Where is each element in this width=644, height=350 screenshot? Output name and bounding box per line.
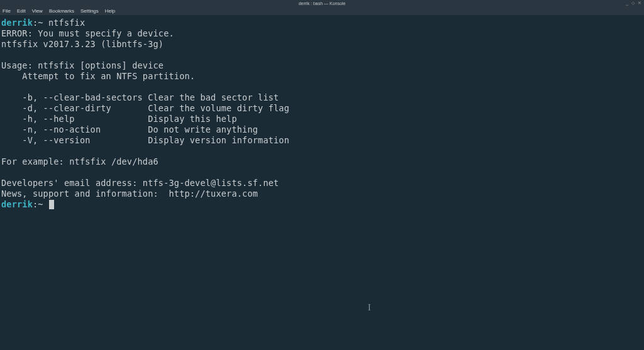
prompt-user: derrik: [1, 18, 33, 28]
output-line: ERROR: You must specify a device.: [1, 28, 174, 38]
prompt-user: derrik: [1, 199, 33, 209]
cursor-block: [49, 200, 54, 209]
prompt-path: ~: [38, 199, 43, 209]
terminal-area[interactable]: derrik:~ ntfsfix ERROR: You must specify…: [0, 15, 644, 212]
output-line: ntfsfix v2017.3.23 (libntfs-3g): [1, 39, 164, 49]
command-text: ntfsfix: [48, 18, 85, 28]
output-line: -d, --clear-dirty Clear the volume dirty…: [1, 103, 289, 113]
output-line: Developers' email address: ntfs-3g-devel…: [1, 178, 279, 188]
prompt-path: ~: [38, 18, 43, 28]
menu-settings[interactable]: Settings: [80, 8, 99, 14]
window-controls: ⎯ ◇ ✕: [625, 1, 641, 5]
output-line: -b, --clear-bad-sectors Clear the bad se…: [1, 92, 279, 102]
text-cursor-icon: I: [368, 303, 371, 313]
maximize-button[interactable]: ◇: [631, 1, 635, 5]
output-line: Usage: ntfsfix [options] device: [1, 60, 164, 70]
output-line: Attempt to fix an NTFS partition.: [1, 71, 195, 81]
menu-view[interactable]: View: [32, 8, 43, 14]
output-line: For example: ntfsfix /dev/hda6: [1, 156, 158, 167]
output-line: News, support and information: http://tu…: [1, 189, 258, 199]
output-line: -V, --version Display version informatio…: [1, 135, 289, 145]
close-button[interactable]: ✕: [637, 1, 641, 5]
output-line: -h, --help Display this help: [1, 114, 237, 124]
window-title: derrik : bash — Konsole: [299, 1, 346, 6]
menu-edit[interactable]: Edit: [17, 8, 26, 14]
titlebar: derrik : bash — Konsole ⎯ ◇ ✕: [0, 0, 644, 6]
menu-file[interactable]: File: [3, 8, 11, 14]
minimize-button[interactable]: ⎯: [625, 1, 629, 5]
output-line: -n, --no-action Do not write anything: [1, 124, 258, 134]
menubar: File Edit View Bookmarks Settings Help: [0, 6, 644, 15]
menu-help[interactable]: Help: [105, 8, 115, 14]
menu-bookmarks[interactable]: Bookmarks: [49, 8, 74, 14]
